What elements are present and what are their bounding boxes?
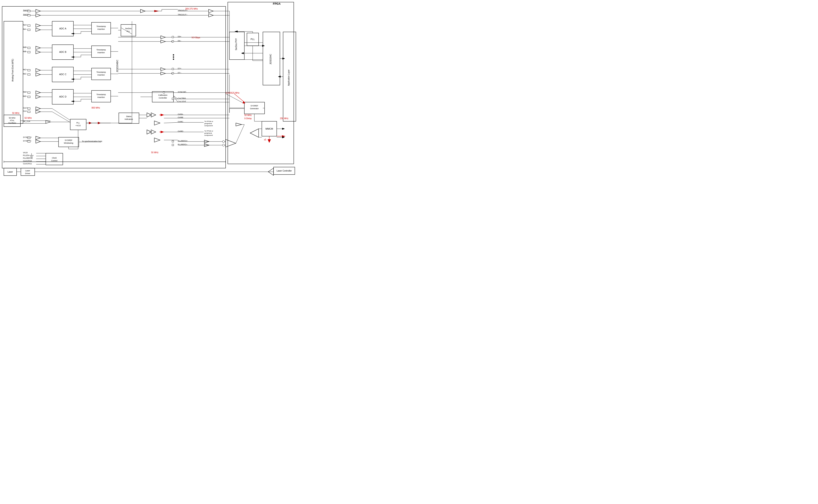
svg-line-214 — [52, 109, 70, 120]
svg-marker-306 — [241, 52, 244, 54]
svg-rect-287 — [172, 98, 174, 100]
svg-text:PLLREFSE: PLLREFSE — [23, 157, 33, 159]
svg-marker-95 — [36, 136, 40, 140]
svg-point-188 — [173, 56, 174, 58]
svg-text:+VCO: +VCO — [76, 125, 81, 127]
svg-text:Insertion: Insertion — [97, 96, 105, 98]
svg-text:Controller: Controller — [159, 97, 167, 99]
svg-line-241 — [164, 122, 178, 123]
svg-marker-86 — [36, 46, 40, 50]
svg-marker-97 — [161, 36, 165, 39]
svg-marker-299 — [226, 139, 236, 147]
svg-marker-90 — [36, 91, 40, 94]
svg-marker-175 — [71, 101, 74, 102]
svg-text:CLKCFG1: CLKCFG1 — [23, 163, 32, 165]
svg-marker-117 — [154, 138, 160, 142]
svg-marker-167 — [71, 56, 74, 58]
pll-fpga-label: PLL — [251, 38, 255, 40]
svg-line-207 — [173, 96, 178, 99]
svg-marker-98 — [161, 40, 165, 43]
svg-rect-270 — [28, 14, 30, 16]
serdes-pll-label: SerDes — [125, 27, 132, 30]
to-fpga1-label: To FPGA or — [204, 120, 213, 122]
ts-c-label: Timestamp — [96, 71, 106, 73]
svg-rect-274 — [28, 51, 30, 53]
adc-d-label: ADC D — [59, 95, 66, 98]
svg-rect-282 — [28, 141, 30, 142]
svg-marker-96 — [36, 140, 40, 143]
svg-text:Oscillator: Oscillator — [8, 122, 16, 124]
serdes-phy-label: SerDes PHY — [235, 38, 237, 50]
svg-text:÷: ÷ — [149, 114, 150, 116]
sysref-gen-label: SYSREF — [251, 105, 258, 107]
svg-rect-281 — [28, 137, 30, 139]
svg-rect-289 — [172, 144, 174, 146]
svg-marker-163 — [71, 33, 74, 34]
svg-text:Insertion: Insertion — [97, 74, 105, 76]
svg-marker-89 — [36, 73, 40, 76]
afe-label: Analog Front End (AFE) — [11, 59, 14, 82]
svg-marker-81 — [36, 14, 40, 17]
svg-marker-87 — [36, 50, 40, 54]
svg-point-187 — [173, 54, 174, 56]
ts-b-label: Timestamp — [96, 49, 106, 51]
svg-text:SYSREF+: SYSREF+ — [23, 136, 32, 138]
svg-point-301 — [222, 144, 225, 146]
laser-ctrl-label: Laser Controller — [276, 170, 292, 172]
svg-text:XTAL: XTAL — [10, 119, 14, 122]
svg-marker-116 — [161, 131, 164, 133]
svg-marker-253 — [282, 128, 285, 130]
freq-800-label: 800 MHz — [92, 107, 100, 109]
clock-control-label: Clock — [52, 157, 57, 159]
svg-rect-0 — [228, 2, 294, 164]
svg-marker-99 — [161, 68, 165, 71]
svg-text:peripheral: peripheral — [204, 123, 212, 125]
pll-vco-label: PLL — [76, 122, 80, 124]
svg-marker-80 — [36, 9, 40, 13]
svg-rect-284 — [172, 40, 174, 42]
svg-text:INB−: INB− — [23, 50, 27, 53]
svg-text:IND−: IND− — [23, 95, 27, 97]
svg-rect-278 — [28, 96, 30, 98]
svg-marker-304 — [262, 45, 265, 47]
svg-text:50 MHz: 50 MHz — [24, 117, 32, 119]
freq-50-main-label: 50 MHz — [151, 151, 158, 154]
svg-text:÷: ÷ — [142, 10, 143, 12]
svg-text:50 MHz: 50 MHz — [9, 117, 16, 119]
svg-text:INC+: INC+ — [23, 69, 27, 71]
svg-text:Driver: Driver — [25, 172, 30, 175]
freq-50-osc-label: 50 MHz — [12, 112, 19, 114]
ts-a-label: Timestamp — [96, 25, 106, 27]
svg-rect-276 — [28, 74, 30, 75]
svg-point-189 — [173, 59, 174, 60]
status-ind-label: Status — [126, 115, 132, 117]
fpga-label: FPGA — [273, 2, 281, 5]
svg-rect-273 — [28, 47, 30, 49]
svg-text:CLK−: CLK− — [23, 110, 28, 112]
svg-text:component: component — [204, 134, 213, 136]
svg-marker-171 — [71, 79, 74, 80]
ts-d-label: Timestamp — [96, 93, 106, 96]
svg-marker-93 — [36, 110, 40, 113]
svg-marker-110 — [161, 114, 164, 116]
svg-rect-275 — [28, 69, 30, 71]
svg-rect-271 — [28, 25, 30, 26]
svg-text:÷: ÷ — [149, 131, 150, 133]
svg-rect-279 — [28, 108, 30, 109]
freq-039-label: 0.390625 MHz — [226, 92, 239, 94]
svg-rect-277 — [28, 92, 30, 93]
to-fpga2-label: To FPGA or — [204, 130, 213, 132]
svg-line-302 — [236, 125, 244, 143]
adc-a-label: ADC A — [59, 27, 66, 30]
cal-ctrl-label: Calibration — [158, 94, 167, 96]
svg-text:CLK+: CLK+ — [23, 107, 28, 109]
svg-line-215 — [52, 112, 70, 122]
svg-marker-85 — [36, 28, 40, 31]
svg-rect-283 — [172, 36, 174, 38]
svg-rect-285 — [172, 68, 174, 70]
svg-marker-92 — [36, 107, 40, 110]
jesd204bc-label: JESD204B/C — [116, 60, 119, 72]
freq-250-label: 250 MHz — [280, 117, 288, 120]
svg-marker-197 — [282, 58, 285, 59]
svg-text:VA19: VA19 — [23, 152, 27, 154]
